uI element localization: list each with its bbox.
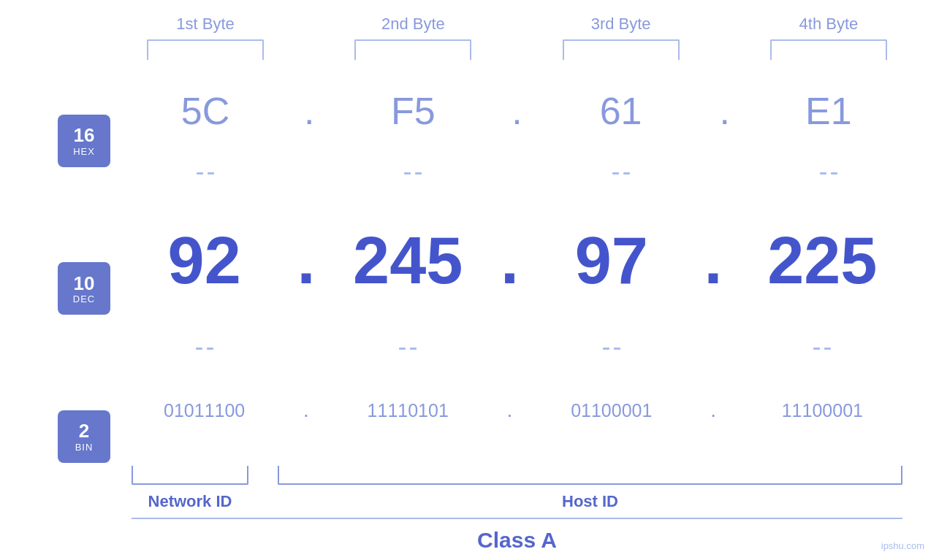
network-id-label: Network ID (132, 492, 248, 511)
dot-hex-1: . (294, 89, 324, 133)
dec-byte-1: 92 (146, 223, 263, 299)
hex-byte-3: 61 (563, 89, 680, 133)
values-area: 5C . F5 . 61 . E1 (132, 60, 902, 518)
eq2-byte4 (756, 348, 888, 350)
bin-byte-1: 01011100 (146, 400, 263, 421)
class-bracket-line (132, 518, 902, 519)
main-container: 1st Byte 2nd Byte 3rd Byte 4th Byte 16 H… (0, 0, 939, 560)
eq1-byte4 (770, 172, 887, 174)
dec-byte-3: 97 (553, 223, 670, 299)
watermark: ipshu.com (881, 540, 924, 551)
bin-row: 01011100 . 11110101 . 01100001 . 1110000… (132, 359, 902, 461)
dec-row: 92 . 245 . 97 . 225 (132, 184, 902, 337)
hex-byte-2: F5 (354, 89, 471, 133)
top-bracket-3 (563, 39, 680, 60)
equals-row-2 (132, 337, 902, 359)
dec-badge-number: 10 (74, 273, 95, 294)
top-bracket-2 (354, 39, 471, 60)
eq1-byte1 (147, 172, 264, 174)
dot-bin-1: . (292, 399, 321, 422)
hex-badge-number: 16 (74, 125, 95, 146)
equals-row-1 (132, 162, 902, 184)
top-bracket-1 (147, 39, 264, 60)
dot-bin-2: . (495, 399, 524, 422)
class-label: Class A (477, 528, 557, 553)
hex-byte-1: 5C (147, 89, 264, 133)
bin-badge-number: 2 (79, 421, 89, 442)
byte-label-3: 3rd Byte (563, 15, 680, 34)
badges-column: 16 HEX 10 DEC 2 BIN (37, 60, 132, 518)
bin-byte-3: 01100001 (553, 400, 670, 421)
bracket-network (132, 466, 248, 485)
hex-badge-label: HEX (73, 146, 95, 157)
class-section: Class A (0, 518, 939, 560)
dot-dec-1: . (292, 223, 321, 299)
hex-row: 5C . F5 . 61 . E1 (132, 60, 902, 162)
dec-byte-4: 225 (756, 223, 888, 299)
bin-byte-2: 11110101 (349, 400, 466, 421)
host-id-label: Host ID (278, 492, 902, 511)
hex-byte-4: E1 (770, 89, 887, 133)
byte-label-4: 4th Byte (770, 15, 887, 34)
bin-byte-4: 11100001 (756, 400, 888, 421)
dot-dec-3: . (699, 223, 728, 299)
bottom-brackets (132, 461, 902, 485)
bin-badge-label: BIN (75, 442, 94, 453)
byte-label-1: 1st Byte (147, 15, 264, 34)
dot-hex-2: . (502, 89, 531, 133)
eq1-byte2 (354, 172, 471, 174)
dot-dec-2: . (495, 223, 524, 299)
hex-badge: 16 HEX (58, 115, 110, 167)
dec-byte-2: 245 (349, 223, 466, 299)
bracket-host-container (278, 466, 902, 485)
dec-badge-label: DEC (73, 294, 95, 304)
eq1-byte3 (563, 172, 680, 174)
eq2-byte2 (349, 348, 466, 350)
eq2-byte3 (553, 348, 670, 350)
id-labels-row: Network ID Host ID (132, 485, 902, 518)
byte-label-2: 2nd Byte (354, 15, 471, 34)
dot-bin-3: . (699, 399, 728, 422)
bin-badge: 2 BIN (58, 410, 110, 463)
dot-hex-3: . (710, 89, 740, 133)
dec-badge: 10 DEC (58, 262, 110, 315)
eq2-byte1 (146, 348, 263, 350)
bracket-host (278, 466, 902, 485)
byte-labels-row: 1st Byte 2nd Byte 3rd Byte 4th Byte (0, 0, 939, 34)
main-content: 16 HEX 10 DEC 2 BIN 5C . F5 . 61 . E1 (0, 60, 939, 518)
top-bracket-4 (770, 39, 887, 60)
top-brackets-row (0, 34, 939, 60)
